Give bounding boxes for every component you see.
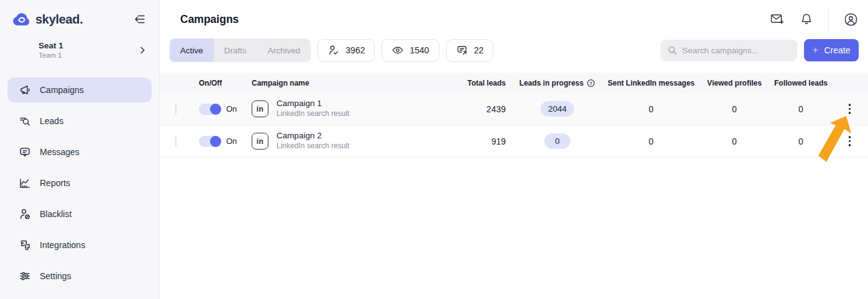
campaign-name-cell[interactable]: in Campaign 2 LinkedIn search result	[248, 131, 418, 151]
brand-name: skylead.	[35, 12, 83, 27]
viewed-profiles-value: 0	[698, 136, 770, 146]
puzzle-icon	[19, 239, 31, 251]
campaign-name-cell[interactable]: in Campaign 1 LinkedIn search result	[248, 99, 418, 118]
megaphone-icon	[19, 84, 31, 96]
connections-count-pill[interactable]: 3962	[318, 39, 375, 62]
sidebar-item-reports[interactable]: Reports	[7, 171, 152, 195]
sidebar-item-label: Leads	[40, 116, 63, 126]
toggle-label: On	[226, 104, 237, 114]
row-menu-kebab-icon[interactable]	[844, 133, 856, 149]
seat-selector[interactable]: Seat 1 Team 1	[0, 38, 159, 59]
search-icon	[667, 45, 677, 55]
linkedin-icon: in	[252, 100, 268, 117]
message-send-icon	[456, 44, 468, 56]
leads-in-progress-badge: 2044	[541, 101, 574, 117]
campaign-name[interactable]: Campaign 1	[276, 99, 349, 109]
campaigns-table: On/Off Campaign name Total leads Leads i…	[160, 73, 868, 158]
stat-value: 1540	[409, 45, 429, 55]
sidebar-item-label: Blacklist	[40, 209, 71, 219]
tab-active[interactable]: Active	[170, 38, 214, 62]
campaign-type: LinkedIn search result	[276, 109, 349, 119]
user-check-icon	[327, 44, 340, 56]
sidebar-item-messages[interactable]: Messages	[7, 140, 152, 164]
col-campaign-name: Campaign name	[248, 79, 418, 87]
campaign-status-tabs: Active Drafts Archived	[170, 38, 311, 62]
sent-messages-value: 0	[604, 104, 698, 114]
sidebar-item-blacklist[interactable]: Blacklist	[7, 202, 152, 226]
sidebar-item-label: Messages	[40, 147, 80, 157]
eye-icon	[391, 44, 404, 56]
campaign-name[interactable]: Campaign 2	[276, 131, 349, 141]
profile-avatar-icon[interactable]	[844, 12, 858, 27]
chart-icon	[19, 177, 31, 189]
table-row[interactable]: On in Campaign 2 LinkedIn search result …	[160, 125, 868, 158]
new-message-envelope-icon[interactable]	[770, 12, 785, 26]
replies-count-pill[interactable]: 22	[446, 39, 494, 62]
col-leads-in-progress: Leads in progress ?	[511, 79, 604, 87]
notifications-bell-icon[interactable]	[800, 12, 813, 26]
sidebar-item-label: Reports	[40, 178, 70, 188]
collapse-sidebar-icon[interactable]	[133, 13, 147, 25]
sidebar-nav: Campaigns Leads Messages Reports Blackli…	[0, 78, 159, 288]
sidebar-item-integrations[interactable]: Integrations	[7, 233, 152, 257]
cloud-logo-icon	[12, 12, 31, 26]
svg-text:?: ?	[590, 80, 593, 86]
campaign-on-toggle[interactable]	[199, 104, 221, 115]
seat-title: Seat 1	[39, 41, 63, 50]
stat-value: 22	[474, 45, 484, 55]
skylead-logo: skylead.	[12, 12, 83, 27]
seat-subtitle: Team 1	[39, 51, 63, 59]
col-onoff: On/Off	[188, 79, 248, 87]
sidebar-item-settings[interactable]: Settings	[7, 264, 152, 288]
user-block-icon	[19, 208, 31, 220]
sidebar-item-label: Integrations	[40, 240, 85, 250]
toggle-label: On	[226, 136, 237, 146]
topbar: Campaigns	[160, 0, 868, 38]
total-leads-value: 919	[418, 136, 511, 146]
views-count-pill[interactable]: 1540	[381, 39, 439, 62]
col-sent-messages: Sent LinkedIn messages	[604, 79, 698, 87]
linkedin-icon: in	[252, 133, 268, 150]
leads-search-icon	[19, 115, 31, 127]
campaign-on-toggle[interactable]	[199, 136, 221, 147]
sidebar-item-leads[interactable]: Leads	[7, 109, 152, 133]
tab-archived[interactable]: Archived	[257, 38, 311, 62]
help-circle-icon[interactable]: ?	[587, 79, 595, 87]
create-label: Create	[824, 45, 850, 55]
col-followed-leads: Followed leads	[770, 79, 831, 87]
toolbar: Active Drafts Archived 3962 1540 22	[160, 38, 868, 62]
sidebar: skylead. Seat 1 Team 1 Campaigns	[0, 0, 160, 299]
search-input[interactable]	[682, 46, 792, 55]
row-checkbox[interactable]	[175, 136, 176, 147]
followed-leads-value: 0	[770, 104, 831, 114]
col-label: Leads in progress	[519, 79, 583, 87]
chevron-right-icon	[138, 46, 147, 55]
sidebar-item-label: Settings	[40, 271, 71, 281]
row-checkbox[interactable]	[175, 104, 176, 115]
sidebar-item-campaigns[interactable]: Campaigns	[7, 78, 152, 102]
row-menu-kebab-icon[interactable]	[844, 101, 856, 117]
search-campaigns-box[interactable]	[660, 40, 797, 61]
stat-value: 3962	[345, 45, 365, 55]
sidebar-item-label: Campaigns	[40, 85, 84, 95]
leads-in-progress-badge: 0	[544, 133, 570, 149]
viewed-profiles-value: 0	[698, 104, 770, 114]
page-title: Campaigns	[180, 13, 239, 26]
col-viewed-profiles: Viewed profiles	[698, 79, 770, 87]
followed-leads-value: 0	[770, 136, 831, 146]
create-campaign-button[interactable]: + Create	[804, 39, 859, 61]
total-leads-value: 2439	[418, 104, 511, 114]
sliders-icon	[19, 270, 31, 282]
message-icon	[19, 146, 31, 158]
table-header-row: On/Off Campaign name Total leads Leads i…	[160, 73, 868, 93]
table-row[interactable]: On in Campaign 1 LinkedIn search result …	[160, 93, 868, 125]
tab-drafts[interactable]: Drafts	[214, 38, 257, 62]
col-total-leads: Total leads	[418, 79, 511, 87]
campaign-type: LinkedIn search result	[276, 141, 349, 151]
plus-icon: +	[813, 44, 819, 56]
main-content: Campaigns Active Drafts Archived 3962	[160, 0, 868, 299]
sent-messages-value: 0	[604, 136, 698, 146]
topbar-divider	[828, 8, 829, 30]
